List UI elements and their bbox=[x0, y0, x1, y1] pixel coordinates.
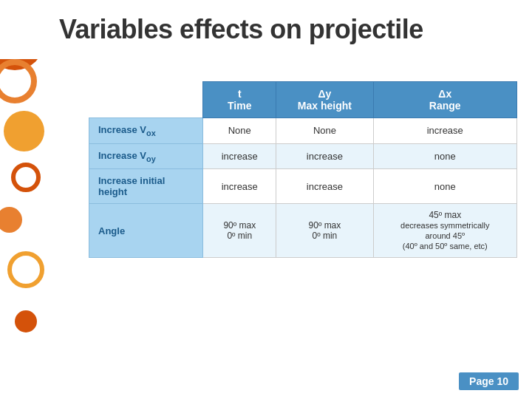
row-vox-maxheight: None bbox=[276, 118, 373, 144]
row-ih-time: increase bbox=[203, 169, 276, 204]
deco-circle-5 bbox=[0, 207, 22, 233]
table-row-angle: Angle 90º max0º min 90º max0º min 45º ma… bbox=[89, 204, 517, 258]
header-range: ΔxRange bbox=[373, 82, 516, 118]
row-label-voy: Increase Voy bbox=[89, 143, 203, 169]
row-ih-range: none bbox=[373, 169, 516, 204]
table-row: Increase initialheight increase increase… bbox=[89, 169, 517, 204]
deco-circle-2 bbox=[0, 59, 37, 103]
row-voy-maxheight: increase bbox=[276, 143, 373, 169]
row-label-angle: Angle bbox=[89, 204, 203, 258]
page-number: Page 10 bbox=[459, 372, 519, 390]
deco-circle-6 bbox=[7, 251, 44, 288]
row-voy-range: none bbox=[373, 143, 516, 169]
row-label-vox: Increase Vox bbox=[89, 118, 203, 144]
deco-circle-4 bbox=[11, 163, 41, 192]
table-header-row: tTime ΔyMax height ΔxRange bbox=[89, 82, 517, 118]
row-angle-range: 45º maxdecreases symmetricallyaround 45º… bbox=[373, 204, 516, 258]
table-row: Increase Vox None None increase bbox=[89, 118, 517, 144]
table-container: tTime ΔyMax height ΔxRange Increase Vox … bbox=[89, 81, 517, 258]
row-voy-time: increase bbox=[203, 143, 276, 169]
row-vox-range: increase bbox=[373, 118, 516, 144]
row-label-initial-height: Increase initialheight bbox=[89, 169, 203, 204]
row-ih-maxheight: increase bbox=[276, 169, 373, 204]
deco-circle-7 bbox=[15, 310, 37, 332]
page-title: Variables effects on projectile bbox=[59, 14, 423, 45]
row-angle-maxheight: 90º max0º min bbox=[276, 204, 373, 258]
header-max-height: ΔyMax height bbox=[276, 82, 373, 118]
row-angle-time: 90º max0º min bbox=[203, 204, 276, 258]
table-row: Increase Voy increase increase none bbox=[89, 143, 517, 169]
title-bar: Variables effects on projectile bbox=[0, 0, 532, 59]
header-time: tTime bbox=[203, 82, 276, 118]
deco-circle-3 bbox=[4, 111, 44, 151]
row-vox-time: None bbox=[203, 118, 276, 144]
variables-table: tTime ΔyMax height ΔxRange Increase Vox … bbox=[89, 81, 517, 258]
header-empty bbox=[89, 82, 203, 118]
